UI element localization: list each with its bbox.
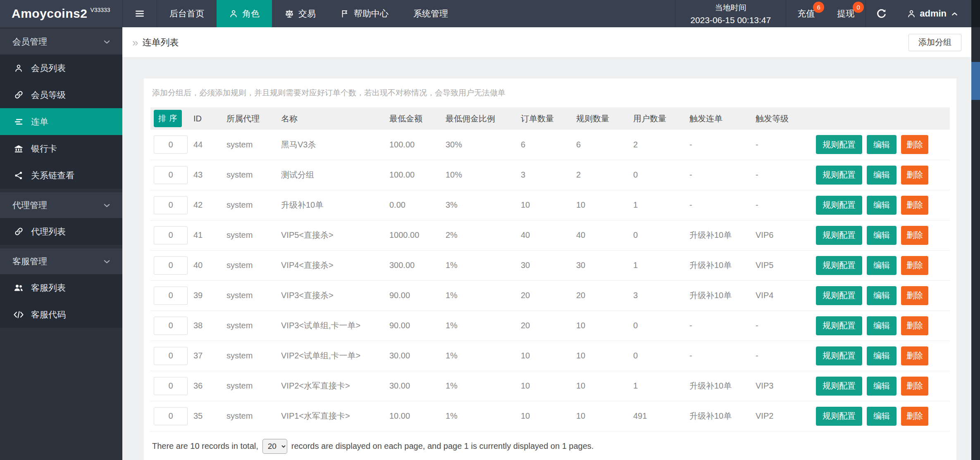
group-member-submenu: 会员列表会员等级连单银行卡关系链查看: [0, 55, 122, 189]
edit-button[interactable]: 编辑: [867, 377, 897, 396]
sort-input[interactable]: [154, 226, 188, 244]
sort-input[interactable]: [154, 287, 188, 305]
nav-help[interactable]: 帮助中心: [328, 0, 401, 27]
delete-button[interactable]: 删除: [901, 346, 928, 365]
cell-rules: 6: [576, 130, 633, 160]
cell-orders: 3: [521, 160, 576, 190]
user-name: admin: [920, 8, 947, 19]
rules-config-button[interactable]: 规则配置: [816, 256, 862, 275]
sidebar-item-service-code[interactable]: 客服代码: [0, 301, 122, 328]
user-menu[interactable]: admin: [897, 0, 971, 27]
column-header-actions: [812, 107, 950, 130]
sort-button[interactable]: 排 序: [154, 110, 182, 127]
sort-input[interactable]: [154, 256, 188, 275]
sort-input[interactable]: [154, 135, 188, 154]
cell-sort: [150, 311, 193, 341]
cell-name: 升级补10单: [281, 190, 389, 220]
delete-button[interactable]: 删除: [901, 196, 928, 215]
cell-trigger_level: VIP2: [756, 401, 812, 431]
delete-button[interactable]: 删除: [901, 377, 928, 396]
table-row: 42system升级补10单0.003%10101--规则配置编辑删除: [150, 190, 950, 220]
edit-button[interactable]: 编辑: [867, 407, 897, 426]
sort-input[interactable]: [154, 377, 188, 395]
sidebar-item-bank-card[interactable]: 银行卡: [0, 135, 122, 162]
nav-dashboard[interactable]: 后台首页: [157, 0, 217, 27]
rules-config-button[interactable]: 规则配置: [816, 316, 862, 335]
scrollbar-thumb[interactable]: [971, 62, 980, 100]
edit-button[interactable]: 编辑: [867, 256, 897, 275]
cell-rules: 2: [576, 160, 633, 190]
sort-input[interactable]: [154, 407, 188, 425]
sidebar-group-group-agent[interactable]: 代理管理: [0, 192, 122, 218]
column-header-0: ID: [193, 107, 227, 130]
cell-min_amount: 1000.00: [389, 220, 446, 250]
edit-button[interactable]: 编辑: [867, 196, 897, 215]
edit-button[interactable]: 编辑: [867, 346, 897, 365]
row-actions: 规则配置编辑删除: [812, 256, 950, 275]
refresh-button[interactable]: [866, 0, 897, 27]
sort-input[interactable]: [154, 347, 188, 365]
cell-min_amount: 30.00: [389, 341, 446, 371]
nav-trade[interactable]: 交易: [272, 0, 328, 27]
sidebar-toggle-button[interactable]: [122, 0, 157, 27]
rules-config-button[interactable]: 规则配置: [816, 226, 862, 245]
cell-orders: 40: [521, 220, 576, 250]
page-size-select[interactable]: 20: [262, 439, 287, 454]
sidebar-item-relation-chain[interactable]: 关系链查看: [0, 162, 122, 189]
withdraw-button[interactable]: 提现 0: [826, 0, 866, 27]
delete-button[interactable]: 删除: [901, 226, 928, 245]
sidebar-group-group-member[interactable]: 会员管理: [0, 29, 122, 55]
cell-sort: [150, 160, 193, 190]
cell-users: 1: [633, 371, 689, 401]
sidebar-item-chain-orders[interactable]: 连单: [0, 108, 122, 135]
cell-agent: system: [227, 280, 281, 311]
rules-config-button[interactable]: 规则配置: [816, 407, 862, 426]
rules-config-button[interactable]: 规则配置: [816, 196, 862, 215]
cell-min_amount: 300.00: [389, 250, 446, 280]
edit-button[interactable]: 编辑: [867, 166, 897, 185]
rules-config-button[interactable]: 规则配置: [816, 135, 862, 154]
delete-button[interactable]: 删除: [901, 407, 928, 426]
delete-button[interactable]: 删除: [901, 135, 928, 154]
cell-id: 36: [193, 371, 227, 401]
vertical-scrollbar[interactable]: [971, 0, 980, 460]
rules-config-button[interactable]: 规则配置: [816, 166, 862, 185]
rules-config-button[interactable]: 规则配置: [816, 286, 862, 305]
cell-users: 491: [633, 401, 689, 431]
nav-system[interactable]: 系统管理: [401, 0, 460, 27]
cell-trigger_level: -: [756, 160, 812, 190]
withdraw-label: 提现: [837, 8, 854, 19]
relation-chain-label: 关系链查看: [31, 170, 74, 181]
sidebar-item-service-list[interactable]: 客服列表: [0, 274, 122, 301]
sidebar-item-member-level[interactable]: 会员等级: [0, 81, 122, 108]
rules-config-button[interactable]: 规则配置: [816, 346, 862, 365]
delete-button[interactable]: 删除: [901, 256, 928, 275]
edit-button[interactable]: 编辑: [867, 226, 897, 245]
sort-input[interactable]: [154, 166, 188, 184]
table-card: 添加分组后，必须添加规则，并且规则需要对应好订单个数，若出现不对称情况，会导致用…: [144, 78, 956, 460]
cell-actions: 规则配置编辑删除: [812, 220, 950, 250]
sidebar-item-member-list[interactable]: 会员列表: [0, 55, 122, 81]
sort-input[interactable]: [154, 196, 188, 214]
chevron-down-icon: [102, 257, 112, 266]
edit-button[interactable]: 编辑: [867, 286, 897, 305]
edit-button[interactable]: 编辑: [867, 316, 897, 335]
row-actions: 规则配置编辑删除: [812, 166, 950, 185]
recharge-button[interactable]: 充值 6: [786, 0, 826, 27]
add-group-button[interactable]: 添加分组: [908, 34, 961, 51]
group-agent-label: 代理管理: [12, 199, 47, 211]
cell-users: 3: [633, 280, 689, 311]
delete-button[interactable]: 删除: [901, 166, 928, 185]
rules-config-button[interactable]: 规则配置: [816, 377, 862, 396]
edit-button[interactable]: 编辑: [867, 135, 897, 154]
withdraw-badge: 0: [853, 2, 864, 13]
sidebar-item-agent-list[interactable]: 代理列表: [0, 218, 122, 245]
delete-button[interactable]: 删除: [901, 316, 928, 335]
table-row: 38systemVIP3<试单组,卡一单>90.001%20100--规则配置编…: [150, 311, 950, 341]
delete-button[interactable]: 删除: [901, 286, 928, 305]
sidebar-group-group-service[interactable]: 客服管理: [0, 249, 122, 274]
cell-min_amount: 90.00: [389, 280, 446, 311]
nav-role[interactable]: 角色: [217, 0, 272, 27]
share-icon: [12, 171, 25, 180]
sort-input[interactable]: [154, 317, 188, 335]
